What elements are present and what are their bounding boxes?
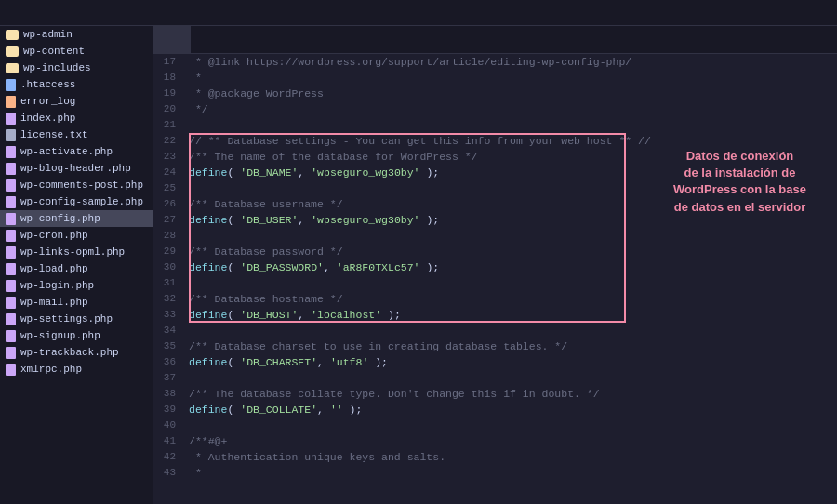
line-number: 35 [153, 338, 183, 354]
line-content: * @package WordPress [183, 86, 837, 101]
code-line: 31 [153, 275, 837, 291]
sidebar-item[interactable]: wp-content [0, 43, 153, 60]
line-number: 41 [153, 433, 183, 449]
sidebar-item[interactable]: wp-mail.php [0, 294, 153, 311]
line-number: 36 [153, 354, 183, 370]
line-number: 31 [153, 275, 183, 291]
line-content: define( 'DB_USER', 'wpseguro_wg30by' ); [183, 212, 837, 228]
code-line: 32/** Database hostname */ [153, 291, 837, 307]
line-number: 33 [153, 307, 183, 323]
code-line: 35/** Database charset to use in creatin… [153, 338, 837, 354]
code-line: 21 [153, 117, 837, 133]
line-content: define( 'DB_COLLATE', '' ); [183, 402, 837, 418]
code-line: 37 [153, 370, 837, 386]
code-line: 19 * @package WordPress [153, 86, 837, 101]
active-tab[interactable] [153, 26, 192, 53]
code-line: 24define( 'DB_NAME', 'wpseguro_wg30by' )… [153, 165, 837, 180]
sidebar-item-label: wp-settings.php [20, 313, 113, 325]
sidebar-item-label: wp-mail.php [20, 297, 88, 308]
sidebar-item[interactable]: wp-config.php [0, 210, 153, 227]
sidebar-item[interactable]: wp-login.php [0, 277, 153, 294]
sidebar-item[interactable]: wp-activate.php [0, 143, 153, 160]
sidebar-item-label: wp-includes [23, 62, 91, 73]
code-line: 43 * [153, 465, 837, 481]
sidebar-item[interactable]: wp-links-opml.php [0, 244, 153, 260]
line-content: * [183, 465, 837, 481]
sidebar-item-label: wp-config-sample.php [20, 196, 143, 207]
code-line: 17 * @link https://wordpress.org/support… [153, 54, 837, 70]
sidebar-item[interactable]: wp-trackback.php [0, 344, 153, 361]
line-number: 23 [153, 149, 183, 165]
line-number: 27 [153, 212, 183, 228]
code-line: 36define( 'DB_CHARSET', 'utf8' ); [153, 354, 837, 370]
file-sidebar: wp-adminwp-contentwp-includes.htaccesser… [0, 26, 153, 504]
sidebar-item-label: wp-activate.php [20, 146, 113, 157]
code-line: 18 * [153, 70, 837, 86]
line-number: 28 [153, 228, 183, 244]
code-line: 30define( 'DB_PASSWORD', 'aR8F0TXLc57' )… [153, 259, 837, 275]
sidebar-item[interactable]: wp-cron.php [0, 227, 153, 244]
sidebar-item-label: license.txt [20, 129, 88, 140]
code-line: 20 */ [153, 101, 837, 117]
sidebar-item-label: wp-cron.php [20, 230, 88, 241]
sidebar-item[interactable]: wp-admin [0, 26, 153, 43]
editor-area: 17 * @link https://wordpress.org/support… [153, 26, 837, 504]
line-content: /**#@+ [183, 433, 837, 449]
line-content: define( 'DB_CHARSET', 'utf8' ); [183, 354, 837, 370]
line-number: 38 [153, 386, 183, 402]
line-number: 43 [153, 465, 183, 481]
sidebar-item-label: wp-trackback.php [20, 347, 119, 358]
code-line: 25 [153, 180, 837, 196]
sidebar-item-label: wp-config.php [20, 213, 100, 224]
code-editor[interactable]: 17 * @link https://wordpress.org/support… [153, 54, 837, 504]
line-content: /** The name of the database for WordPre… [183, 149, 837, 165]
line-number: 39 [153, 402, 183, 418]
main-layout: wp-adminwp-contentwp-includes.htaccesser… [0, 26, 837, 504]
sidebar-item-label: error_log [20, 96, 75, 107]
sidebar-item-label: wp-links-opml.php [20, 246, 125, 258]
line-number: 22 [153, 133, 183, 149]
sidebar-item[interactable]: wp-includes [0, 60, 153, 76]
line-number: 42 [153, 449, 183, 465]
sidebar-item[interactable]: xmlrpc.php [0, 361, 153, 378]
line-content: define( 'DB_NAME', 'wpseguro_wg30by' ); [183, 165, 837, 180]
sidebar-item[interactable]: .htaccess [0, 76, 153, 93]
line-number: 34 [153, 323, 183, 338]
sidebar-item[interactable]: wp-comments-post.php [0, 177, 153, 193]
line-content: * @link https://wordpress.org/support/ar… [183, 54, 837, 70]
sidebar-item[interactable]: wp-signup.php [0, 327, 153, 344]
sidebar-item[interactable]: wp-config-sample.php [0, 193, 153, 210]
sidebar-item[interactable]: wp-settings.php [0, 311, 153, 327]
code-line: 29/** Database password */ [153, 244, 837, 259]
line-number: 17 [153, 54, 183, 70]
line-number: 32 [153, 291, 183, 307]
line-number: 19 [153, 86, 183, 101]
line-content: /** The database collate type. Don't cha… [183, 386, 837, 402]
line-content: /** Database hostname */ [183, 291, 837, 307]
code-line: 34 [153, 323, 837, 338]
line-number: 24 [153, 165, 183, 180]
line-number: 40 [153, 418, 183, 433]
code-line: 40 [153, 418, 837, 433]
line-number: 37 [153, 370, 183, 386]
code-line: 33define( 'DB_HOST', 'localhost' ); [153, 307, 837, 323]
code-line: 42 * Authentication unique keys and salt… [153, 449, 837, 465]
sidebar-item-label: .htaccess [20, 79, 75, 90]
line-number: 29 [153, 244, 183, 259]
line-content: /** Database charset to use in creating … [183, 338, 837, 354]
sidebar-item[interactable]: wp-blog-header.php [0, 160, 153, 177]
sidebar-item[interactable]: wp-load.php [0, 260, 153, 277]
sidebar-item-label: wp-comments-post.php [20, 179, 143, 191]
sidebar-item-label: wp-admin [23, 29, 73, 40]
line-number: 20 [153, 101, 183, 117]
sidebar-item-label: wp-blog-header.php [20, 163, 131, 174]
line-number: 26 [153, 196, 183, 212]
sidebar-item[interactable]: error_log [0, 93, 153, 110]
sidebar-item[interactable]: index.php [0, 110, 153, 126]
code-line: 26/** Database username */ [153, 196, 837, 212]
sidebar-item[interactable]: license.txt [0, 126, 153, 143]
line-number: 21 [153, 117, 183, 133]
line-content: * Authentication unique keys and salts. [183, 449, 837, 465]
code-line: 39define( 'DB_COLLATE', '' ); [153, 402, 837, 418]
sidebar-item-label: wp-login.php [20, 280, 94, 291]
